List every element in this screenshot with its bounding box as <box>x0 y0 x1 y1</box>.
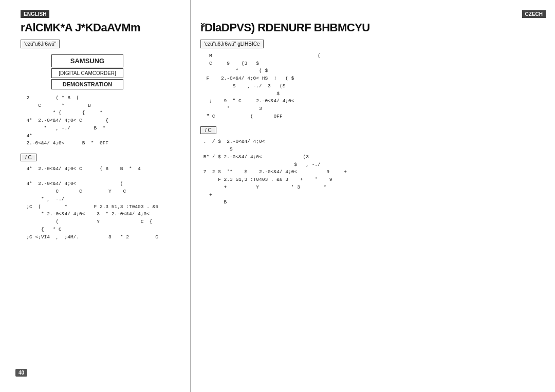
czech-label: CZECH <box>522 10 546 18</box>
product-boxes: SAMSUNG [DIGITAL CAMCORDER] DEMONSTRATIO… <box>51 54 181 92</box>
left-body-text-2: 4* 2.-0<&4/ 4;0< C { B B * 4 4* 2.-0<&4/… <box>21 165 181 241</box>
right-subtitle: / C <box>200 126 216 134</box>
right-column: CZECH řDlaDPVS) RDENURF BHBMCYU 'czü"u6J… <box>190 0 555 392</box>
english-label: ENGLISH <box>21 10 49 18</box>
left-main-title: rAlCMK*A J*KDaAVMm <box>21 21 181 34</box>
left-column: ENGLISH rAlCMK*A J*KDaAVMm 'czü"u6Jr6wü"… <box>0 0 190 392</box>
page-number: 40 <box>15 369 27 377</box>
right-body-text-2: . / $ 2.-0<&4/ 4;0< S B* / $ 2.-0<&4/ 4;… <box>200 138 546 206</box>
left-body-text-1: 2 ( * B ( C * B * { { * 4* 2.-0<&4/ 4;0<… <box>21 95 181 147</box>
right-section-label: 'czü"u6Jr6wü" gLIHBICe <box>200 40 264 48</box>
left-subtitle: / C <box>21 154 36 161</box>
english-badge: ENGLISH <box>21 10 181 20</box>
demonstration-box: DEMONSTRATION <box>51 79 123 89</box>
right-body-text-1: M ( C 9 (3 $ * ( $ F 2.-0<&4/ 4;0< HS ! … <box>200 52 546 120</box>
page-container: ENGLISH rAlCMK*A J*KDaAVMm 'czü"u6Jr6wü"… <box>0 0 555 392</box>
czech-badge-container: CZECH <box>200 10 546 20</box>
right-main-title: řDlaDPVS) RDENURF BHBMCYU <box>200 21 546 34</box>
digital-camcorder-box: [DIGITAL CAMCORDER] <box>51 68 123 78</box>
samsung-box: SAMSUNG <box>51 54 123 67</box>
left-section-label: 'czü"u6Jr6wü" <box>21 40 60 48</box>
